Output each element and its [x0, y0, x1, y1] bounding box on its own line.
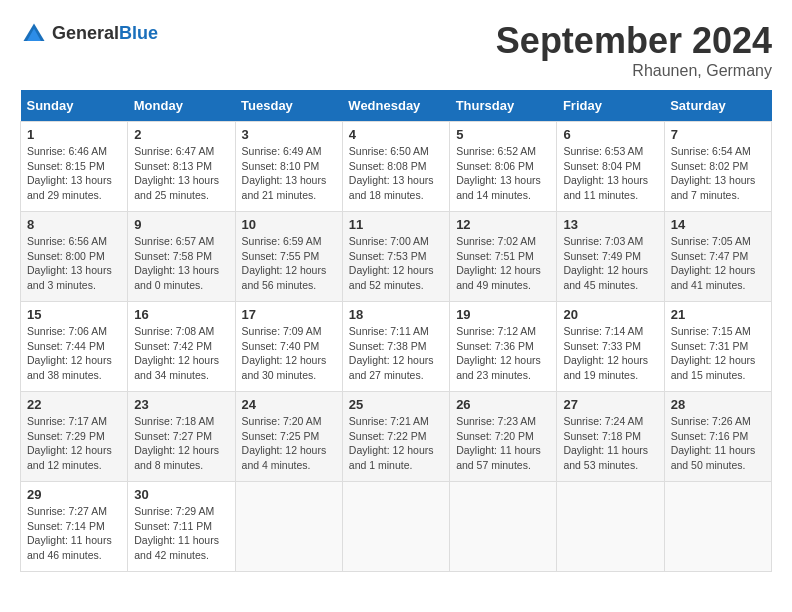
day-number: 14: [671, 217, 765, 232]
col-friday: Friday: [557, 90, 664, 122]
day-info: Sunrise: 6:57 AMSunset: 7:58 PMDaylight:…: [134, 234, 228, 293]
day-number: 10: [242, 217, 336, 232]
day-info: Sunrise: 6:56 AMSunset: 8:00 PMDaylight:…: [27, 234, 121, 293]
day-number: 24: [242, 397, 336, 412]
table-row: 25Sunrise: 7:21 AMSunset: 7:22 PMDayligh…: [342, 392, 449, 482]
calendar-table: Sunday Monday Tuesday Wednesday Thursday…: [20, 90, 772, 572]
col-sunday: Sunday: [21, 90, 128, 122]
day-number: 13: [563, 217, 657, 232]
day-info: Sunrise: 7:06 AMSunset: 7:44 PMDaylight:…: [27, 324, 121, 383]
day-info: Sunrise: 6:53 AMSunset: 8:04 PMDaylight:…: [563, 144, 657, 203]
day-info: Sunrise: 7:18 AMSunset: 7:27 PMDaylight:…: [134, 414, 228, 473]
day-info: Sunrise: 7:24 AMSunset: 7:18 PMDaylight:…: [563, 414, 657, 473]
table-row: [235, 482, 342, 572]
day-info: Sunrise: 7:29 AMSunset: 7:11 PMDaylight:…: [134, 504, 228, 563]
table-row: 11Sunrise: 7:00 AMSunset: 7:53 PMDayligh…: [342, 212, 449, 302]
day-info: Sunrise: 7:12 AMSunset: 7:36 PMDaylight:…: [456, 324, 550, 383]
logo-blue: Blue: [119, 24, 158, 44]
table-row: 17Sunrise: 7:09 AMSunset: 7:40 PMDayligh…: [235, 302, 342, 392]
day-number: 17: [242, 307, 336, 322]
col-wednesday: Wednesday: [342, 90, 449, 122]
table-row: 3Sunrise: 6:49 AMSunset: 8:10 PMDaylight…: [235, 122, 342, 212]
calendar-week-row: 15Sunrise: 7:06 AMSunset: 7:44 PMDayligh…: [21, 302, 772, 392]
table-row: [557, 482, 664, 572]
table-row: 18Sunrise: 7:11 AMSunset: 7:38 PMDayligh…: [342, 302, 449, 392]
day-number: 28: [671, 397, 765, 412]
day-info: Sunrise: 7:23 AMSunset: 7:20 PMDaylight:…: [456, 414, 550, 473]
location: Rhaunen, Germany: [496, 62, 772, 80]
table-row: 28Sunrise: 7:26 AMSunset: 7:16 PMDayligh…: [664, 392, 771, 482]
logo-text: General Blue: [52, 24, 158, 44]
day-info: Sunrise: 7:02 AMSunset: 7:51 PMDaylight:…: [456, 234, 550, 293]
table-row: 7Sunrise: 6:54 AMSunset: 8:02 PMDaylight…: [664, 122, 771, 212]
calendar-week-row: 22Sunrise: 7:17 AMSunset: 7:29 PMDayligh…: [21, 392, 772, 482]
table-row: 21Sunrise: 7:15 AMSunset: 7:31 PMDayligh…: [664, 302, 771, 392]
day-info: Sunrise: 7:15 AMSunset: 7:31 PMDaylight:…: [671, 324, 765, 383]
day-number: 11: [349, 217, 443, 232]
day-number: 15: [27, 307, 121, 322]
table-row: [664, 482, 771, 572]
day-info: Sunrise: 7:21 AMSunset: 7:22 PMDaylight:…: [349, 414, 443, 473]
day-number: 12: [456, 217, 550, 232]
table-row: 2Sunrise: 6:47 AMSunset: 8:13 PMDaylight…: [128, 122, 235, 212]
title-block: September 2024 Rhaunen, Germany: [496, 20, 772, 80]
day-number: 7: [671, 127, 765, 142]
table-row: 22Sunrise: 7:17 AMSunset: 7:29 PMDayligh…: [21, 392, 128, 482]
table-row: 16Sunrise: 7:08 AMSunset: 7:42 PMDayligh…: [128, 302, 235, 392]
day-number: 26: [456, 397, 550, 412]
day-info: Sunrise: 7:11 AMSunset: 7:38 PMDaylight:…: [349, 324, 443, 383]
calendar-week-row: 29Sunrise: 7:27 AMSunset: 7:14 PMDayligh…: [21, 482, 772, 572]
day-info: Sunrise: 6:52 AMSunset: 8:06 PMDaylight:…: [456, 144, 550, 203]
table-row: 24Sunrise: 7:20 AMSunset: 7:25 PMDayligh…: [235, 392, 342, 482]
day-info: Sunrise: 6:49 AMSunset: 8:10 PMDaylight:…: [242, 144, 336, 203]
table-row: [342, 482, 449, 572]
calendar-week-row: 1Sunrise: 6:46 AMSunset: 8:15 PMDaylight…: [21, 122, 772, 212]
day-info: Sunrise: 6:47 AMSunset: 8:13 PMDaylight:…: [134, 144, 228, 203]
day-info: Sunrise: 6:54 AMSunset: 8:02 PMDaylight:…: [671, 144, 765, 203]
table-row: 12Sunrise: 7:02 AMSunset: 7:51 PMDayligh…: [450, 212, 557, 302]
header-row: Sunday Monday Tuesday Wednesday Thursday…: [21, 90, 772, 122]
day-number: 3: [242, 127, 336, 142]
day-number: 8: [27, 217, 121, 232]
table-row: 30Sunrise: 7:29 AMSunset: 7:11 PMDayligh…: [128, 482, 235, 572]
logo: General Blue: [20, 20, 158, 48]
day-info: Sunrise: 6:50 AMSunset: 8:08 PMDaylight:…: [349, 144, 443, 203]
col-thursday: Thursday: [450, 90, 557, 122]
table-row: 4Sunrise: 6:50 AMSunset: 8:08 PMDaylight…: [342, 122, 449, 212]
day-number: 16: [134, 307, 228, 322]
day-number: 1: [27, 127, 121, 142]
day-info: Sunrise: 6:59 AMSunset: 7:55 PMDaylight:…: [242, 234, 336, 293]
day-info: Sunrise: 7:09 AMSunset: 7:40 PMDaylight:…: [242, 324, 336, 383]
day-info: Sunrise: 7:14 AMSunset: 7:33 PMDaylight:…: [563, 324, 657, 383]
table-row: 27Sunrise: 7:24 AMSunset: 7:18 PMDayligh…: [557, 392, 664, 482]
col-saturday: Saturday: [664, 90, 771, 122]
day-info: Sunrise: 6:46 AMSunset: 8:15 PMDaylight:…: [27, 144, 121, 203]
table-row: 5Sunrise: 6:52 AMSunset: 8:06 PMDaylight…: [450, 122, 557, 212]
table-row: 14Sunrise: 7:05 AMSunset: 7:47 PMDayligh…: [664, 212, 771, 302]
page-header: General Blue September 2024 Rhaunen, Ger…: [20, 20, 772, 80]
day-number: 6: [563, 127, 657, 142]
day-number: 2: [134, 127, 228, 142]
day-number: 4: [349, 127, 443, 142]
table-row: 23Sunrise: 7:18 AMSunset: 7:27 PMDayligh…: [128, 392, 235, 482]
table-row: 8Sunrise: 6:56 AMSunset: 8:00 PMDaylight…: [21, 212, 128, 302]
day-info: Sunrise: 7:08 AMSunset: 7:42 PMDaylight:…: [134, 324, 228, 383]
table-row: 19Sunrise: 7:12 AMSunset: 7:36 PMDayligh…: [450, 302, 557, 392]
table-row: 20Sunrise: 7:14 AMSunset: 7:33 PMDayligh…: [557, 302, 664, 392]
day-number: 25: [349, 397, 443, 412]
table-row: 10Sunrise: 6:59 AMSunset: 7:55 PMDayligh…: [235, 212, 342, 302]
calendar-body: 1Sunrise: 6:46 AMSunset: 8:15 PMDaylight…: [21, 122, 772, 572]
table-row: 6Sunrise: 6:53 AMSunset: 8:04 PMDaylight…: [557, 122, 664, 212]
logo-icon: [20, 20, 48, 48]
day-info: Sunrise: 7:20 AMSunset: 7:25 PMDaylight:…: [242, 414, 336, 473]
logo-general: General: [52, 24, 119, 44]
day-number: 18: [349, 307, 443, 322]
day-info: Sunrise: 7:17 AMSunset: 7:29 PMDaylight:…: [27, 414, 121, 473]
col-monday: Monday: [128, 90, 235, 122]
day-info: Sunrise: 7:27 AMSunset: 7:14 PMDaylight:…: [27, 504, 121, 563]
table-row: 15Sunrise: 7:06 AMSunset: 7:44 PMDayligh…: [21, 302, 128, 392]
day-number: 29: [27, 487, 121, 502]
day-number: 21: [671, 307, 765, 322]
table-row: 26Sunrise: 7:23 AMSunset: 7:20 PMDayligh…: [450, 392, 557, 482]
day-info: Sunrise: 7:26 AMSunset: 7:16 PMDaylight:…: [671, 414, 765, 473]
